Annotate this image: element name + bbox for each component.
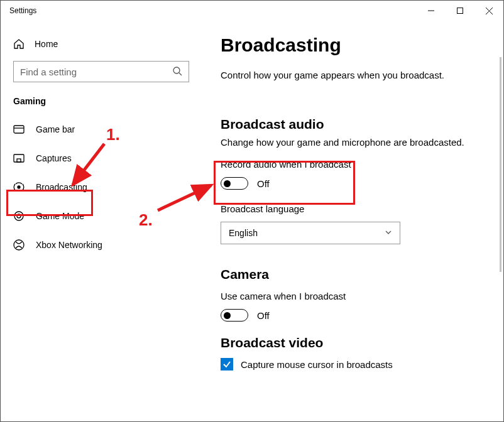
sidebar-item-label: Captures [36,153,72,163]
game-mode-icon [13,210,25,222]
svg-rect-6 [14,126,24,133]
scroll-thumb[interactable] [500,57,501,272]
broadcast-audio-heading: Broadcast audio [221,117,485,132]
sidebar-item-broadcasting[interactable]: Broadcasting [1,173,202,202]
page-description: Control how your game appears when you b… [221,70,485,80]
sidebar-section-label: Gaming [1,94,202,115]
svg-point-13 [14,240,24,250]
svg-point-4 [173,67,180,73]
capture-cursor-label: Capture mouse cursor in broadcasts [241,359,393,370]
record-audio-toggle-row: Off [221,177,485,190]
search-placeholder: Find a setting [20,67,167,77]
minimize-button[interactable] [417,1,446,21]
sidebar-item-captures[interactable]: Captures [1,144,202,173]
close-button[interactable] [474,1,503,21]
record-audio-state: Off [257,178,270,189]
page-title: Broadcasting [221,35,485,56]
svg-rect-1 [457,8,463,14]
use-camera-toggle-row: Off [221,309,485,322]
home-label: Home [35,39,58,49]
svg-point-10 [18,186,20,188]
sidebar-item-game-mode[interactable]: Game Mode [1,202,202,230]
sidebar-item-label: Game bar [36,124,75,134]
svg-rect-8 [14,154,24,162]
game-bar-icon [13,124,25,135]
camera-heading: Camera [221,267,485,282]
main-pane: Broadcasting Control how your game appea… [202,21,503,421]
sidebar: Home Find a setting Gaming Game bar Capt… [1,21,202,421]
broadcast-language-label: Broadcast language [221,203,485,214]
window-buttons [417,1,503,21]
window-title: Settings [9,6,36,15]
use-camera-toggle[interactable] [221,309,248,322]
xbox-icon [13,239,25,251]
use-camera-state: Off [257,310,270,321]
content-layout: Home Find a setting Gaming Game bar Capt… [1,21,503,421]
record-audio-label: Record audio when I broadcast [221,159,485,170]
use-camera-label: Use camera when I broadcast [221,291,485,301]
broadcast-audio-description: Change how your game and microphone are … [221,137,485,148]
search-icon [172,66,182,78]
svg-point-12 [17,214,21,218]
record-audio-toggle[interactable] [221,177,248,190]
sidebar-item-game-bar[interactable]: Game bar [1,115,202,144]
broadcast-language-value: English [229,228,258,238]
sidebar-item-label: Game Mode [36,211,84,221]
home-icon [13,38,25,50]
sidebar-item-label: Xbox Networking [36,240,102,250]
scrollbar[interactable] [498,57,503,415]
chevron-down-icon [385,228,392,238]
sidebar-item-label: Broadcasting [36,182,87,192]
maximize-button[interactable] [446,1,474,21]
svg-rect-9 [17,159,21,162]
svg-line-5 [179,73,182,75]
captures-icon [13,153,25,164]
capture-cursor-checkbox[interactable] [221,358,233,371]
search-wrap: Find a setting [1,55,202,94]
sidebar-item-xbox-networking[interactable]: Xbox Networking [1,230,202,259]
svg-point-11 [14,212,23,220]
broadcast-language-select[interactable]: English [221,222,400,244]
capture-cursor-row: Capture mouse cursor in broadcasts [221,358,485,371]
broadcasting-icon [13,181,25,193]
broadcast-video-heading: Broadcast video [221,335,485,350]
title-bar: Settings [1,1,503,21]
search-input[interactable]: Find a setting [13,61,189,82]
home-link[interactable]: Home [1,33,202,55]
